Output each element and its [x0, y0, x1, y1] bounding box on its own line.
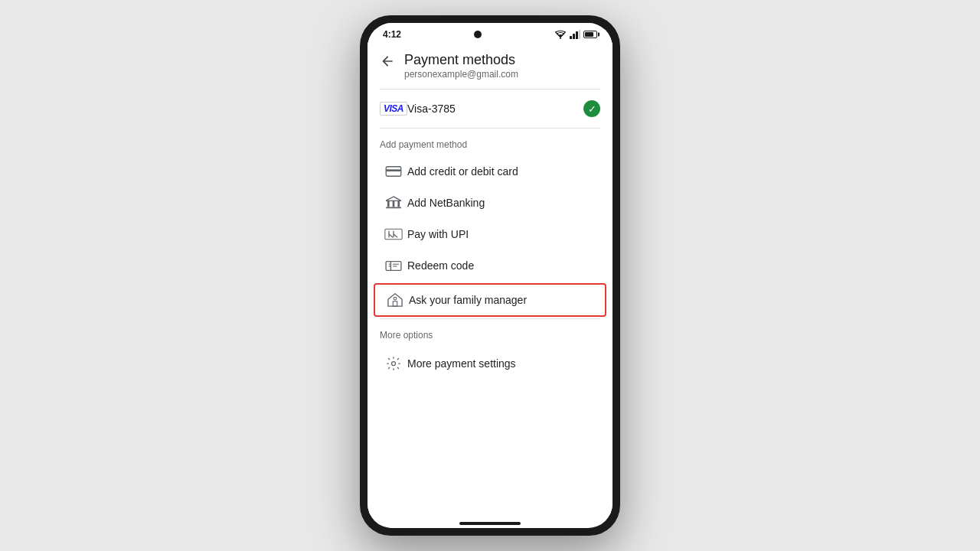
svg-rect-10 — [397, 201, 400, 207]
redeem-code-item[interactable]: Redeem code — [368, 249, 612, 282]
svg-rect-3 — [576, 31, 578, 39]
redeem-icon — [380, 259, 407, 272]
home-bar — [368, 516, 612, 528]
bank-icon — [380, 196, 407, 210]
home-bar-indicator — [459, 522, 521, 525]
camera-dot — [474, 31, 482, 38]
ask-family-label: Ask your family manager — [409, 294, 527, 306]
checkmark-icon: ✓ — [583, 100, 600, 117]
account-subtitle: personexample@gmail.com — [404, 69, 518, 80]
ask-family-manager-item[interactable]: Ask your family manager — [374, 283, 606, 317]
credit-card-icon — [380, 165, 407, 178]
signal-icon — [570, 30, 580, 39]
add-netbanking-label: Add NetBanking — [407, 197, 485, 209]
pay-upi-label: Pay with UPI — [407, 228, 469, 240]
svg-rect-11 — [386, 207, 401, 208]
svg-rect-4 — [579, 30, 580, 39]
svg-rect-6 — [386, 169, 401, 171]
add-section-header: Add payment method — [368, 129, 612, 156]
wifi-icon — [554, 30, 567, 39]
pay-upi-item[interactable]: Pay with UPI — [368, 219, 612, 249]
content-area: Payment methods personexample@gmail.com … — [368, 43, 612, 516]
add-card-item[interactable]: Add credit or debit card — [368, 156, 612, 187]
visa-logo-container: VISA — [380, 102, 407, 116]
svg-point-0 — [560, 37, 561, 39]
upi-icon — [380, 228, 407, 240]
status-icons — [554, 30, 597, 39]
page-title: Payment methods — [404, 52, 518, 68]
battery-icon — [583, 31, 597, 38]
svg-rect-8 — [387, 201, 390, 207]
svg-point-26 — [392, 362, 396, 366]
redeem-code-label: Redeem code — [407, 259, 474, 272]
back-button[interactable] — [380, 54, 395, 69]
title-area: Payment methods personexample@gmail.com — [404, 52, 518, 80]
visa-logo: VISA — [380, 102, 407, 116]
svg-rect-2 — [573, 34, 575, 39]
family-manager-icon — [381, 292, 409, 308]
status-bar: 4:12 — [368, 23, 612, 43]
svg-rect-24 — [393, 302, 397, 306]
svg-rect-9 — [393, 201, 395, 207]
status-time: 4:12 — [383, 29, 401, 40]
more-section-header: More options — [368, 319, 612, 347]
svg-line-16 — [394, 234, 397, 237]
existing-card-item[interactable]: VISA Visa-3785 ✓ — [368, 90, 612, 128]
payment-settings-item[interactable]: More payment settings — [368, 347, 612, 380]
gear-icon — [380, 356, 407, 371]
add-card-label: Add credit or debit card — [407, 165, 518, 178]
phone-shell: 4:12 — [360, 15, 620, 536]
card-label: Visa-3785 — [407, 103, 583, 115]
svg-point-25 — [394, 297, 397, 300]
svg-line-14 — [389, 234, 393, 237]
top-bar: Payment methods personexample@gmail.com — [368, 43, 612, 89]
payment-settings-label: More payment settings — [407, 357, 516, 370]
svg-rect-1 — [570, 36, 572, 39]
add-netbanking-item[interactable]: Add NetBanking — [368, 187, 612, 219]
svg-marker-7 — [386, 197, 401, 201]
phone-screen: 4:12 — [368, 23, 612, 528]
